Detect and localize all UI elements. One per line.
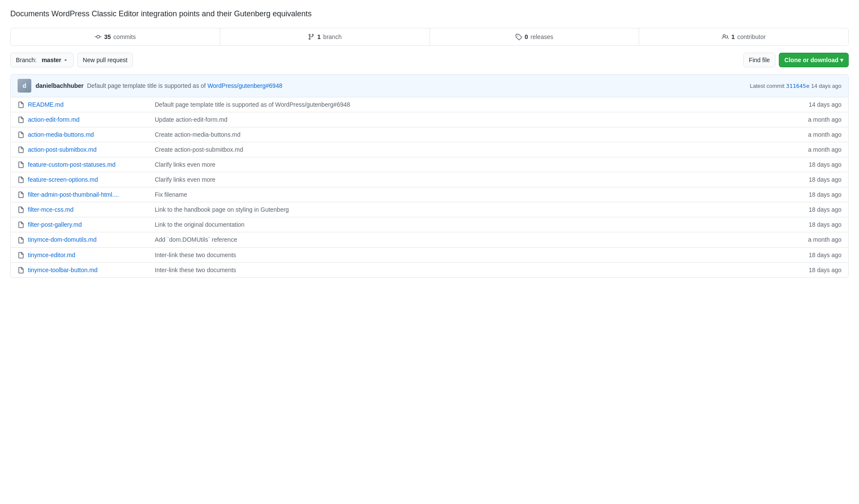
commits-count: 35	[104, 33, 111, 40]
table-row: feature-custom-post-statuses.md Clarify …	[11, 157, 848, 172]
file-time: 18 days ago	[794, 267, 841, 273]
commit-header-right: Latest commit 311645e 14 days ago	[750, 83, 841, 89]
commit-header: d danielbachhuber Default page template …	[11, 75, 848, 97]
file-name[interactable]: filter-mce-css.md	[28, 206, 148, 213]
latest-commit-label: Latest commit	[750, 83, 784, 89]
table-row: tinymce-toolbar-button.md Inter-link the…	[11, 263, 848, 277]
avatar: d	[18, 79, 31, 93]
commit-sha-link[interactable]: 311645e	[786, 83, 810, 89]
file-icon	[18, 191, 24, 198]
file-name[interactable]: filter-admin-post-thumbnail-html....	[28, 191, 148, 198]
file-icon	[18, 236, 24, 243]
table-row: feature-screen-options.md Clarify links …	[11, 172, 848, 187]
file-time: a month ago	[794, 146, 841, 153]
file-time: 18 days ago	[794, 206, 841, 213]
file-name[interactable]: tinymce-dom-domutils.md	[28, 236, 148, 243]
file-table: d danielbachhuber Default page template …	[10, 74, 849, 277]
file-time: 14 days ago	[794, 101, 841, 108]
file-message: Link to the original documentation	[148, 221, 794, 228]
file-icon	[18, 251, 24, 259]
toolbar-left: Branch: master New pull request	[10, 53, 133, 67]
file-name[interactable]: tinymce-toolbar-button.md	[28, 267, 148, 273]
stat-commits[interactable]: 35 commits	[11, 28, 220, 45]
file-icon	[18, 131, 24, 138]
commit-author: danielbachhuber	[36, 82, 84, 89]
branches-count: 1	[317, 33, 321, 40]
branch-name: master	[42, 57, 61, 63]
find-file-button[interactable]: Find file	[743, 53, 775, 67]
releases-count: 0	[525, 33, 528, 40]
file-time: a month ago	[794, 116, 841, 123]
stat-contributors[interactable]: 1 contributor	[639, 28, 848, 45]
table-row: README.md Default page template title is…	[11, 97, 848, 112]
table-row: tinymce-editor.md Inter-link these two d…	[11, 248, 848, 263]
file-time: 18 days ago	[794, 221, 841, 228]
table-row: filter-mce-css.md Link to the handbook p…	[11, 202, 848, 217]
file-message: Add `dom.DOMUtils` reference	[148, 236, 794, 243]
file-message: Create action-media-buttons.md	[148, 131, 794, 138]
file-message: Inter-link these two documents	[148, 252, 794, 258]
file-time: a month ago	[794, 236, 841, 243]
file-name[interactable]: action-post-submitbox.md	[28, 146, 148, 153]
branch-label: Branch:	[16, 57, 36, 63]
commit-link[interactable]: WordPress/gutenberg#6948	[207, 82, 282, 89]
commits-label: commits	[114, 33, 136, 40]
branches-label: branch	[323, 33, 342, 40]
commit-icon	[95, 33, 102, 40]
file-name[interactable]: feature-screen-options.md	[28, 176, 148, 183]
releases-label: releases	[531, 33, 553, 40]
file-message: Clarify links even more	[148, 161, 794, 168]
file-icon	[18, 206, 24, 213]
file-icon	[18, 266, 24, 274]
file-message: Clarify links even more	[148, 176, 794, 183]
table-row: action-post-submitbox.md Create action-p…	[11, 142, 848, 157]
table-row: filter-post-gallery.md Link to the origi…	[11, 217, 848, 232]
file-icon	[18, 161, 24, 168]
commit-message-before: Default page template title is supported…	[87, 82, 207, 89]
toolbar: Branch: master New pull request Find fil…	[10, 53, 849, 67]
file-message: Inter-link these two documents	[148, 267, 794, 273]
clone-or-download-button[interactable]: Clone or download ▾	[779, 53, 849, 67]
contributors-count: 1	[731, 33, 735, 40]
branch-selector[interactable]: Branch: master	[10, 53, 74, 67]
table-row: action-edit-form.md Update action-edit-f…	[11, 112, 848, 127]
stats-bar: 35 commits 1 branch 0 releases 1 contrib…	[10, 28, 849, 46]
file-message: Fix filename	[148, 191, 794, 198]
page-title: Documents WordPress Classic Editor integ…	[10, 9, 849, 19]
file-rows-container: README.md Default page template title is…	[11, 97, 848, 277]
file-time: a month ago	[794, 131, 841, 138]
file-name[interactable]: feature-custom-post-statuses.md	[28, 161, 148, 168]
commit-time: 14 days ago	[811, 83, 841, 89]
table-row: filter-admin-post-thumbnail-html.... Fix…	[11, 187, 848, 202]
file-message: Link to the handbook page on styling in …	[148, 206, 794, 213]
file-time: 18 days ago	[794, 161, 841, 168]
file-time: 18 days ago	[794, 176, 841, 183]
toolbar-right: Find file Clone or download ▾	[743, 53, 849, 67]
file-name[interactable]: action-edit-form.md	[28, 116, 148, 123]
file-name[interactable]: tinymce-editor.md	[28, 252, 148, 258]
tag-icon	[515, 33, 522, 40]
file-icon	[18, 116, 24, 123]
file-icon	[18, 221, 24, 228]
file-name[interactable]: filter-post-gallery.md	[28, 221, 148, 228]
branch-icon	[308, 33, 315, 40]
file-name[interactable]: README.md	[28, 101, 148, 108]
people-icon	[722, 33, 729, 40]
avatar-image: d	[18, 79, 31, 93]
file-icon	[18, 146, 24, 153]
table-row: action-media-buttons.md Create action-me…	[11, 127, 848, 142]
file-icon	[18, 176, 24, 183]
new-pull-request-button[interactable]: New pull request	[77, 53, 133, 67]
stat-releases[interactable]: 0 releases	[430, 28, 640, 45]
file-time: 18 days ago	[794, 191, 841, 198]
file-name[interactable]: action-media-buttons.md	[28, 131, 148, 138]
file-icon	[18, 101, 24, 108]
chevron-down-icon	[63, 57, 68, 63]
file-message: Default page template title is supported…	[148, 101, 794, 108]
file-time: 18 days ago	[794, 252, 841, 258]
commit-sha: 311645e	[786, 83, 810, 89]
table-row: tinymce-dom-domutils.md Add `dom.DOMUtil…	[11, 232, 848, 247]
commit-header-left: d danielbachhuber Default page template …	[18, 79, 745, 93]
stat-branches[interactable]: 1 branch	[220, 28, 430, 45]
file-message: Create action-post-submitbox.md	[148, 146, 794, 153]
